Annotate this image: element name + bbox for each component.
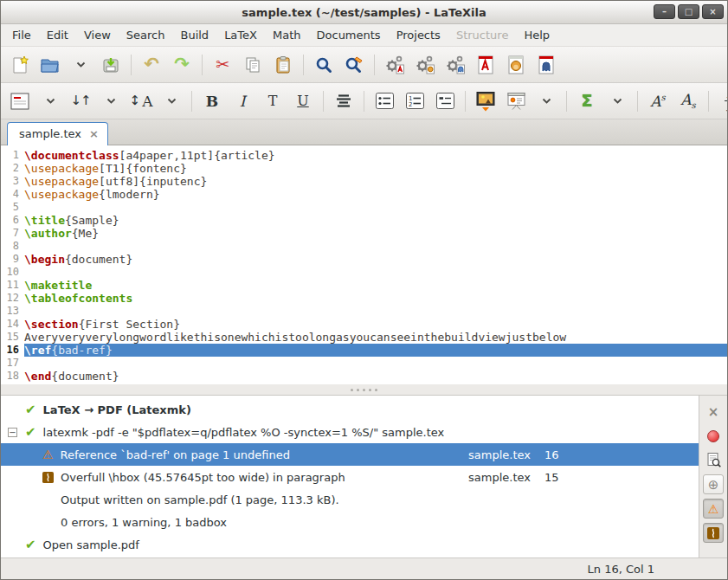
centering-button[interactable] bbox=[329, 87, 358, 116]
character-size-menu-button[interactable] bbox=[157, 87, 186, 116]
view-pdf-button[interactable] bbox=[471, 50, 500, 80]
subscript-icon: As bbox=[680, 91, 695, 110]
references-menu-button[interactable] bbox=[96, 87, 126, 116]
paste-button[interactable] bbox=[268, 50, 298, 80]
italic-button[interactable]: I bbox=[228, 87, 257, 116]
undo-button[interactable]: ↶ bbox=[137, 50, 166, 80]
cut-button[interactable]: ✂ bbox=[208, 50, 237, 80]
build-pdf-button[interactable] bbox=[380, 50, 409, 80]
show-warnings-button[interactable]: ⚠ bbox=[703, 499, 724, 519]
maximize-button[interactable]: □ bbox=[678, 4, 699, 19]
line-number: 16 bbox=[1, 344, 24, 357]
menu-projects[interactable]: Projects bbox=[389, 25, 448, 45]
build-row-text: 0 errors, 1 warning, 1 badbox bbox=[61, 516, 227, 529]
tab-label: sample.tex bbox=[19, 127, 81, 140]
open-button[interactable] bbox=[35, 50, 65, 80]
menu-latex[interactable]: LaTeX bbox=[216, 25, 265, 45]
fraction-button[interactable]: xy bbox=[714, 87, 728, 116]
build-close-button[interactable]: × bbox=[703, 402, 724, 422]
save-button[interactable] bbox=[96, 50, 126, 80]
size-letter: A bbox=[142, 93, 152, 110]
new-document-icon bbox=[10, 55, 29, 74]
code-line-2: 2\usepackage[T1]{fontenc} bbox=[1, 162, 727, 175]
build-dvi-button[interactable] bbox=[410, 50, 440, 80]
build-row-4[interactable]: Output written on sample.pdf (1 page, 11… bbox=[1, 488, 699, 511]
menu-search[interactable]: Search bbox=[119, 25, 173, 45]
redo-button[interactable]: ↷ bbox=[167, 50, 196, 80]
underline-button[interactable]: U bbox=[288, 87, 318, 116]
sections-button[interactable] bbox=[5, 87, 35, 116]
show-errors-button[interactable]: ⊕ bbox=[703, 474, 724, 494]
itemize-button[interactable] bbox=[370, 87, 399, 116]
search-replace-button[interactable] bbox=[339, 50, 369, 80]
build-row-5[interactable]: 0 errors, 1 warning, 1 badbox bbox=[1, 511, 699, 533]
new-document-button[interactable] bbox=[5, 50, 35, 80]
code-line-18: 18\end{document} bbox=[1, 370, 727, 383]
view-log-button[interactable] bbox=[703, 450, 724, 470]
build-ps-button[interactable] bbox=[441, 50, 470, 80]
menu-help[interactable]: Help bbox=[516, 25, 557, 45]
abort-build-button[interactable] bbox=[703, 426, 724, 446]
copy-button[interactable] bbox=[238, 50, 267, 80]
description-button[interactable] bbox=[430, 87, 460, 116]
itemize-list-icon bbox=[375, 92, 395, 110]
close-icon: × bbox=[708, 404, 719, 420]
line-number: 17 bbox=[1, 357, 24, 370]
presentation-env-button[interactable] bbox=[501, 87, 531, 116]
code-area[interactable]: 1\documentclass[a4paper,11pt]{article}2\… bbox=[1, 145, 727, 384]
code-line-3: 3\usepackage[utf8]{inputenc} bbox=[1, 175, 727, 188]
build-rows: ✔LaTeX → PDF (Latexmk)−✔latexmk -pdf -e … bbox=[1, 396, 699, 557]
menu-view[interactable]: View bbox=[76, 25, 119, 45]
build-row-3[interactable]: Overfull \hbox (45.57645pt too wide) in … bbox=[1, 466, 699, 488]
build-row-6[interactable]: ✔Open sample.pdf bbox=[1, 533, 699, 556]
open-menu-button[interactable] bbox=[66, 50, 95, 80]
check-icon: ✔ bbox=[25, 402, 36, 417]
subscript-button[interactable]: As bbox=[673, 87, 703, 116]
code-line-14: 14\section{First Section} bbox=[1, 318, 727, 331]
presentation-menu-button[interactable] bbox=[532, 87, 561, 116]
underline-icon: U bbox=[297, 93, 308, 109]
build-row-location: sample.tex16 bbox=[468, 448, 559, 461]
badbox-icon bbox=[42, 472, 54, 483]
view-dvi-button[interactable] bbox=[501, 50, 531, 80]
math-sigma-button[interactable]: Σ bbox=[572, 87, 602, 116]
search-button[interactable] bbox=[309, 50, 338, 80]
superscript-button[interactable]: As bbox=[643, 87, 673, 116]
tab-sample-tex[interactable]: sample.tex × bbox=[7, 122, 108, 145]
line-number: 11 bbox=[1, 279, 24, 292]
character-size-button[interactable]: ↕ A bbox=[126, 87, 156, 116]
open-folder-icon bbox=[40, 55, 61, 74]
math-menu-button[interactable] bbox=[602, 87, 632, 116]
tab-bar: sample.tex × bbox=[1, 119, 727, 145]
build-row-1[interactable]: −✔latexmk -pdf -e "$pdflatex=q/pdflatex … bbox=[1, 421, 699, 443]
center-align-icon bbox=[335, 93, 352, 108]
enumerate-button[interactable]: 12 bbox=[400, 87, 429, 116]
code-line-8: 8 bbox=[1, 240, 727, 253]
minimize-button[interactable]: – bbox=[654, 4, 675, 19]
sections-menu-button[interactable] bbox=[35, 87, 65, 116]
show-badboxes-button[interactable] bbox=[703, 523, 724, 543]
window-title: sample.tex (~/test/samples) - LaTeXila bbox=[1, 6, 727, 19]
menu-file[interactable]: File bbox=[4, 25, 39, 45]
menu-math[interactable]: Math bbox=[265, 25, 309, 45]
menu-edit[interactable]: Edit bbox=[39, 25, 76, 45]
stop-icon bbox=[707, 430, 719, 442]
tab-close-icon[interactable]: × bbox=[89, 128, 99, 139]
badbox-icon bbox=[707, 527, 719, 539]
insert-image-button[interactable] bbox=[471, 87, 500, 116]
check-icon: ✔ bbox=[25, 424, 36, 440]
build-row-0[interactable]: ✔LaTeX → PDF (Latexmk) bbox=[1, 398, 699, 421]
references-button[interactable]: ↓↑ bbox=[66, 87, 95, 116]
menu-build[interactable]: Build bbox=[172, 25, 216, 45]
chevron-down-icon bbox=[542, 98, 551, 105]
code-line-6: 6\title{Sample} bbox=[1, 214, 727, 227]
menu-documents[interactable]: Documents bbox=[309, 25, 389, 45]
pane-splitter[interactable] bbox=[1, 384, 727, 396]
expander-icon[interactable]: − bbox=[8, 428, 17, 437]
view-ps-button[interactable] bbox=[532, 50, 561, 80]
build-row-2[interactable]: ⚠Reference `bad-ref' on page 1 undefined… bbox=[1, 443, 699, 466]
typewriter-button[interactable]: T bbox=[258, 87, 287, 116]
bold-button[interactable]: B bbox=[197, 87, 227, 116]
check-icon: ✔ bbox=[25, 537, 36, 552]
close-button[interactable]: × bbox=[702, 4, 724, 19]
